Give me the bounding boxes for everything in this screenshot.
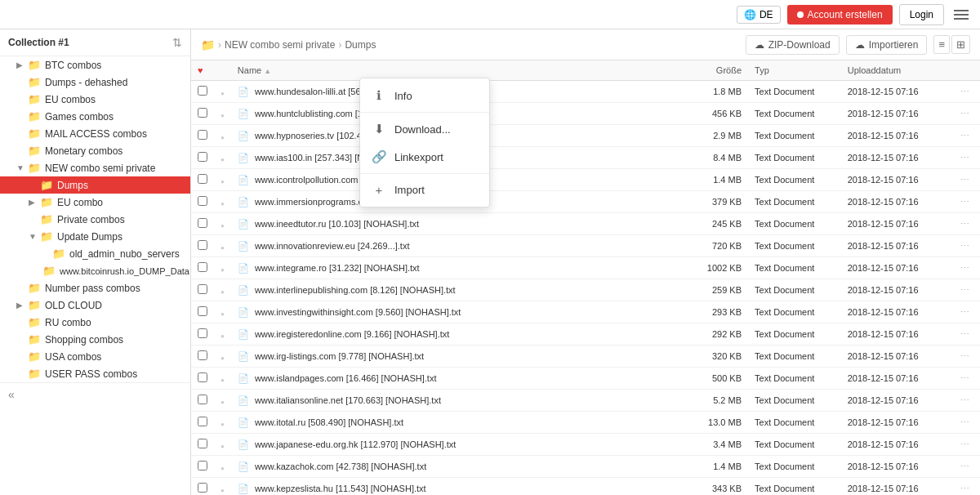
lang-button[interactable]: 🌐 DE xyxy=(737,6,781,24)
context-menu-import[interactable]: + Import xyxy=(360,176,489,203)
context-menu-download[interactable]: ⬇ Download... xyxy=(360,115,489,143)
sidebar-item-btc-combos[interactable]: ▶ 📁 BTC combos xyxy=(0,56,190,74)
row-checkbox[interactable] xyxy=(198,372,207,382)
row-actions-btn[interactable]: ⋯ xyxy=(949,478,980,496)
row-actions-btn[interactable]: ⋯ xyxy=(949,323,980,346)
row-filename: 📄 www.irg-listings.com [9.778] [NOHASH].… xyxy=(231,346,687,368)
table-row: ● 📄 www.islandpages.com [16.466] [NOHASH… xyxy=(191,368,980,390)
sidebar-item-new-combo[interactable]: ▼ 📁 NEW combo semi private xyxy=(0,159,190,176)
table-row: ● 📄 www.interlinepublishing.com [8.126] … xyxy=(191,279,980,301)
row-checkbox[interactable] xyxy=(198,461,207,470)
row-checkbox[interactable] xyxy=(198,483,207,493)
row-checkbox[interactable] xyxy=(198,108,207,118)
sidebar-item-dumps-dehashed[interactable]: 📁 Dumps - dehashed xyxy=(0,74,190,91)
sidebar-header: Collection #1 ⇅ xyxy=(0,29,190,56)
row-actions-btn[interactable]: ⋯ xyxy=(949,191,980,213)
sort-icon[interactable]: ⇅ xyxy=(172,36,182,49)
grid-view-button[interactable]: ⊞ xyxy=(951,35,970,54)
plus-icon: + xyxy=(372,183,386,197)
topbar-right: 🌐 DE Account erstellen Login xyxy=(737,4,972,25)
row-checkbox[interactable] xyxy=(198,130,207,140)
sidebar-item-label: USA combos xyxy=(45,351,101,363)
sidebar-item-old-admin[interactable]: 📁 old_admin_nubo_servers xyxy=(0,245,190,262)
row-dot-cell: ● xyxy=(214,390,231,412)
sidebar-item-bitcoinrush[interactable]: 📁 www.bitcoinrush.io_DUMP_Data xyxy=(0,262,190,279)
row-dot-cell: ● xyxy=(214,301,231,323)
sidebar-item-usa-combos[interactable]: 📁 USA combos xyxy=(0,348,190,365)
row-checkbox[interactable] xyxy=(198,196,207,206)
row-date: 2018-12-15 07:16 xyxy=(841,346,950,368)
sidebar-item-label: OLD CLOUD xyxy=(45,300,102,311)
hamburger-menu[interactable] xyxy=(951,7,972,23)
breadcrumb-item-new-combo[interactable]: NEW combo semi private xyxy=(225,39,335,51)
sidebar-item-monetary-combos[interactable]: 📁 Monetary combos xyxy=(0,142,190,159)
row-size: 5.2 MB xyxy=(686,390,748,412)
login-label: Login xyxy=(910,9,933,20)
row-checkbox-cell xyxy=(191,103,214,125)
row-checkbox[interactable] xyxy=(198,284,207,294)
sidebar-item-update-dumps[interactable]: ▼ 📁 Update Dumps xyxy=(0,228,190,245)
row-actions-btn[interactable]: ⋯ xyxy=(949,81,980,103)
row-type: Text Document xyxy=(748,147,841,169)
sidebar-item-games-combos[interactable]: 📁 Games combos xyxy=(0,108,190,125)
row-checkbox-cell xyxy=(191,412,214,434)
row-checkbox-cell xyxy=(191,147,214,169)
sidebar-item-eu-combo[interactable]: ▶ 📁 EU combo xyxy=(0,194,190,211)
list-view-button[interactable]: ≡ xyxy=(933,35,950,54)
sidebar-item-old-cloud[interactable]: ▶ 📁 OLD CLOUD xyxy=(0,297,190,314)
row-checkbox[interactable] xyxy=(198,262,207,272)
row-actions-btn[interactable]: ⋯ xyxy=(949,235,980,257)
file-icon: 📄 xyxy=(238,417,249,427)
sidebar: Collection #1 ⇅ ▶ 📁 BTC combos 📁 Dumps -… xyxy=(0,29,191,495)
import-button[interactable]: ☁ Importieren xyxy=(846,35,928,55)
col-size-header[interactable]: Größe xyxy=(686,60,748,81)
row-checkbox[interactable] xyxy=(198,152,207,162)
row-date: 2018-12-15 07:16 xyxy=(841,191,950,213)
row-actions-btn[interactable]: ⋯ xyxy=(949,390,980,412)
sidebar-item-ru-combo[interactable]: 📁 RU combo xyxy=(0,314,190,331)
row-actions-btn[interactable]: ⋯ xyxy=(949,257,980,279)
row-checkbox[interactable] xyxy=(198,218,207,228)
sidebar-item-user-pass[interactable]: 📁 USER PASS combos xyxy=(0,365,190,382)
context-menu-linkexport[interactable]: 🔗 Linkexport xyxy=(360,143,489,171)
row-actions-btn[interactable]: ⋯ xyxy=(949,456,980,478)
row-checkbox[interactable] xyxy=(198,86,207,96)
sidebar-item-number-pass[interactable]: 📁 Number pass combos xyxy=(0,279,190,297)
row-checkbox[interactable] xyxy=(198,350,207,360)
row-checkbox[interactable] xyxy=(198,395,207,404)
table-row: ● 📄 www.italiansonline.net [170.663] [NO… xyxy=(191,390,980,412)
row-actions-btn[interactable]: ⋯ xyxy=(949,169,980,191)
row-checkbox[interactable] xyxy=(198,439,207,448)
breadcrumb-item-dumps[interactable]: Dumps xyxy=(345,39,376,51)
row-size: 245 KB xyxy=(686,213,748,235)
sidebar-item-shopping-combos[interactable]: 📁 Shopping combos xyxy=(0,331,190,348)
row-actions-btn[interactable]: ⋯ xyxy=(949,434,980,456)
row-actions-btn[interactable]: ⋯ xyxy=(949,368,980,390)
row-actions-btn[interactable]: ⋯ xyxy=(949,147,980,169)
row-actions-btn[interactable]: ⋯ xyxy=(949,279,980,301)
sidebar-item-dumps[interactable]: 📁 Dumps xyxy=(0,176,190,194)
account-button[interactable]: Account erstellen xyxy=(787,5,893,25)
row-checkbox[interactable] xyxy=(198,174,207,184)
row-actions-btn[interactable]: ⋯ xyxy=(949,125,980,147)
login-button[interactable]: Login xyxy=(899,4,944,25)
sidebar-item-private-combos[interactable]: 📁 Private combos xyxy=(0,211,190,228)
row-checkbox[interactable] xyxy=(198,417,207,426)
row-checkbox[interactable] xyxy=(198,328,207,338)
file-icon: 📄 xyxy=(238,241,249,251)
context-menu-info[interactable]: ℹ Info xyxy=(360,82,489,109)
row-actions-btn[interactable]: ⋯ xyxy=(949,103,980,125)
row-checkbox[interactable] xyxy=(198,306,207,316)
row-actions-btn[interactable]: ⋯ xyxy=(949,213,980,235)
zip-download-button[interactable]: ☁ ZIP-Download xyxy=(746,35,840,55)
sidebar-item-eu-combos[interactable]: 📁 EU combos xyxy=(0,91,190,108)
row-actions-btn[interactable]: ⋯ xyxy=(949,301,980,323)
collapse-sidebar-btn[interactable]: « xyxy=(0,382,190,406)
row-type: Text Document xyxy=(748,257,841,279)
row-type: Text Document xyxy=(748,213,841,235)
row-checkbox[interactable] xyxy=(198,240,207,250)
row-actions-btn[interactable]: ⋯ xyxy=(949,412,980,434)
sidebar-item-mail-access[interactable]: 📁 MAIL ACCESS combos xyxy=(0,125,190,142)
row-actions-btn[interactable]: ⋯ xyxy=(949,346,980,368)
file-icon: 📄 xyxy=(238,351,249,361)
